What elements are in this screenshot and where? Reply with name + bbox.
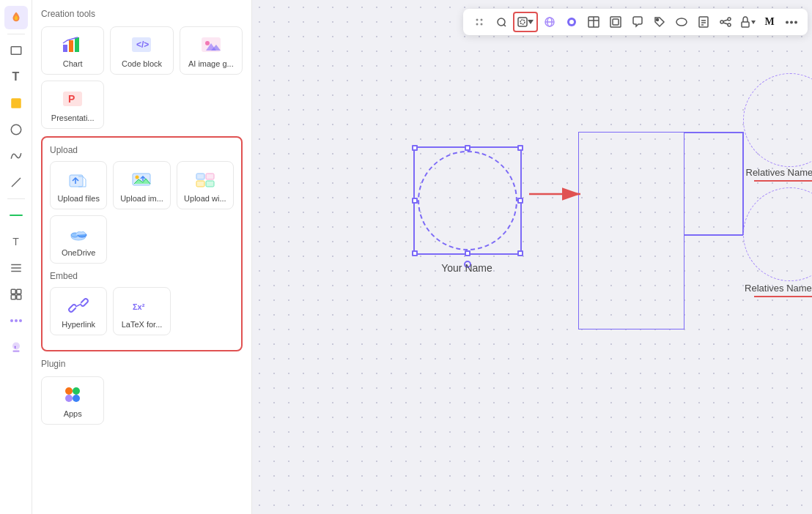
connector-h-bottom xyxy=(684,234,743,236)
svg-point-70 xyxy=(728,18,731,21)
flame-tool-icon[interactable] xyxy=(4,6,28,29)
upload-tools-grid: Upload files Upload im... xyxy=(50,161,234,264)
handle-tc[interactable] xyxy=(465,145,470,151)
handle-mr[interactable] xyxy=(517,198,523,204)
svg-point-52 xyxy=(520,20,525,24)
upload-widget-label: Upload wi... xyxy=(184,194,226,203)
list-tool-icon[interactable] xyxy=(4,256,28,280)
upload-image-card[interactable]: Upload im... xyxy=(113,161,170,209)
ppt-icon: P xyxy=(61,87,84,111)
svg-text:Σx²: Σx² xyxy=(133,302,145,311)
presentation-tool-card[interactable]: P Presentati... xyxy=(41,81,104,129)
canvas-area[interactable]: M Your Name xyxy=(252,0,812,514)
svg-point-57 xyxy=(569,20,574,24)
resize-btn[interactable] xyxy=(605,12,626,32)
more-options-btn[interactable] xyxy=(781,12,802,32)
latex-card[interactable]: Σx² LaTeX for... xyxy=(113,287,170,335)
handle-bl[interactable] xyxy=(412,250,418,256)
oval-btn[interactable] xyxy=(671,12,692,32)
handle-tl[interactable] xyxy=(412,145,418,151)
svg-point-63 xyxy=(657,19,659,21)
svg-line-73 xyxy=(723,23,728,24)
handle-tr[interactable] xyxy=(517,145,523,151)
globe-btn[interactable] xyxy=(539,12,560,32)
plugin-tools-grid: Apps xyxy=(41,376,243,425)
minus-tool-icon[interactable] xyxy=(4,204,28,227)
upload-title: Upload xyxy=(50,145,234,155)
plugin-title: Plugin xyxy=(41,359,243,369)
floating-toolbar: M xyxy=(463,9,808,35)
line-tool-icon[interactable] xyxy=(4,171,28,194)
onedrive-card[interactable]: OneDrive xyxy=(50,215,107,264)
selected-shape[interactable] xyxy=(413,146,522,255)
svg-rect-34 xyxy=(196,181,204,187)
hyperlink-label: Hyperlink xyxy=(62,320,95,329)
text-tool-icon[interactable]: T xyxy=(4,65,28,89)
stamp-tool-icon[interactable]: t xyxy=(4,335,28,359)
svg-point-14 xyxy=(19,319,22,322)
brand-btn[interactable]: M xyxy=(759,12,780,32)
doc-btn[interactable] xyxy=(693,12,714,32)
code-icon: </> xyxy=(130,33,153,56)
drag-handle-btn[interactable] xyxy=(469,12,490,32)
svg-rect-62 xyxy=(613,19,619,25)
code-block-tool-card[interactable]: </> Code block xyxy=(110,26,173,75)
apps-card[interactable]: Apps xyxy=(41,376,104,425)
dots-tool-icon[interactable] xyxy=(4,309,28,332)
circle-filled-btn[interactable] xyxy=(561,12,582,32)
presentation-tool-label: Presentati... xyxy=(51,113,95,122)
your-name-label: Your Name xyxy=(405,262,529,274)
rectangle-tool-icon[interactable] xyxy=(4,39,28,62)
curve-tool-icon[interactable] xyxy=(4,144,28,168)
svg-point-76 xyxy=(790,21,793,23)
svg-point-12 xyxy=(10,319,13,322)
svg-point-41 xyxy=(65,387,73,395)
ai-icon xyxy=(199,33,223,56)
hyperlink-card[interactable]: Hyperlink xyxy=(50,287,107,335)
svg-rect-33 xyxy=(206,174,214,179)
svg-point-42 xyxy=(73,387,80,395)
upload-widget-card[interactable]: Upload wi... xyxy=(177,161,234,209)
flow-btn[interactable] xyxy=(715,12,736,32)
svg-line-72 xyxy=(723,20,728,21)
handle-bc[interactable] xyxy=(465,250,470,256)
chart-tool-card[interactable]: Chart xyxy=(41,26,104,75)
handle-br[interactable] xyxy=(517,250,523,256)
speech-btn[interactable] xyxy=(627,12,648,32)
family-box xyxy=(578,132,684,329)
plugin-section: Plugin Apps xyxy=(41,359,243,425)
svg-rect-35 xyxy=(206,181,214,187)
red-arrow xyxy=(529,183,588,205)
lasso-btn[interactable] xyxy=(491,12,512,32)
onedrive-icon xyxy=(67,222,90,245)
svg-point-64 xyxy=(676,18,687,26)
upload-image-icon xyxy=(130,168,153,191)
svg-line-3 xyxy=(12,178,21,187)
mother-underline xyxy=(754,296,812,297)
circle-tool-icon[interactable] xyxy=(4,118,28,141)
svg-text:t: t xyxy=(14,345,15,349)
tag-btn[interactable] xyxy=(649,12,670,32)
creation-tools-grid: Chart </> Code block xyxy=(41,26,243,129)
lock-btn[interactable] xyxy=(737,12,758,32)
table-btn[interactable] xyxy=(583,12,604,32)
ai-image-tool-card[interactable]: AI image g... xyxy=(180,26,243,75)
upload-section: Upload Upload files xyxy=(41,136,243,351)
text2-tool-icon[interactable]: T xyxy=(4,230,28,253)
onedrive-label: OneDrive xyxy=(62,248,95,257)
diagram-container: Your Name Relatives Name(Father) Relativ… xyxy=(369,44,812,425)
connector-h-top xyxy=(684,132,743,133)
note-tool-icon[interactable] xyxy=(4,92,28,115)
svg-rect-61 xyxy=(610,17,621,27)
svg-rect-74 xyxy=(742,22,749,27)
svg-point-75 xyxy=(786,21,789,23)
handle-ml[interactable] xyxy=(412,198,418,204)
svg-rect-65 xyxy=(699,17,708,27)
svg-text:</>: </> xyxy=(136,40,149,50)
svg-rect-18 xyxy=(63,45,67,52)
chart-icon xyxy=(61,33,84,56)
upload-image-label: Upload im... xyxy=(120,194,163,203)
grid-tool-icon[interactable] xyxy=(4,283,28,306)
shape-select-btn[interactable] xyxy=(513,12,538,32)
upload-files-card[interactable]: Upload files xyxy=(50,161,107,209)
